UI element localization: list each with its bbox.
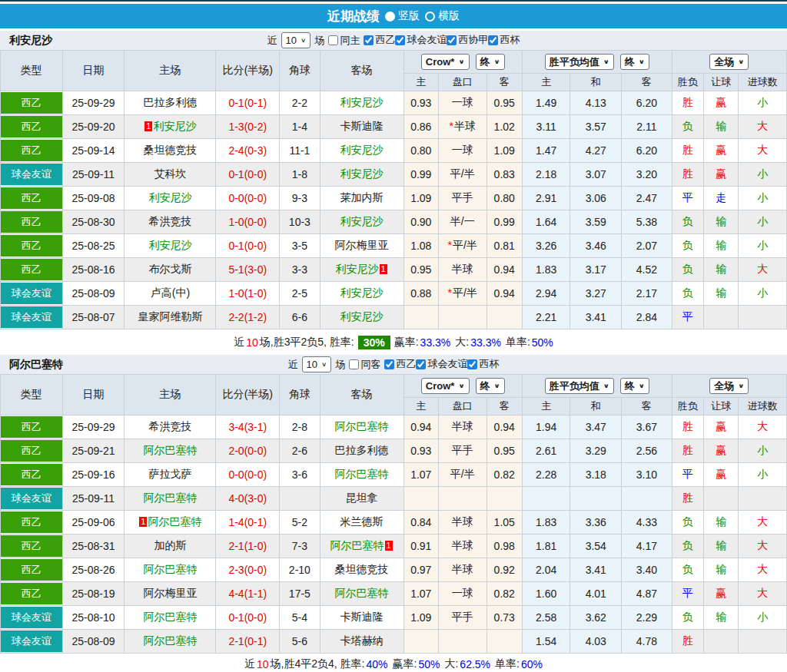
team-link[interactable]: 阿尔巴塞特 [148, 515, 201, 528]
score-cell: 1-0(1-0) [216, 282, 280, 306]
league-checkbox[interactable] [416, 359, 426, 369]
matches-table: 类型 日期 主场 比分(半场) 角球 客场 Crow*∨ 终∨ 胜平负均值∨ 终… [0, 50, 787, 329]
odds-stage-select[interactable]: 终∨ [476, 378, 505, 394]
team-link[interactable]: 皇家阿维勒斯 [138, 310, 202, 323]
team-link[interactable]: 加的斯 [154, 539, 186, 551]
same-venue-filter[interactable]: 同主 [328, 34, 360, 48]
league-filter[interactable]: 西杯 [488, 33, 520, 47]
team-link[interactable]: 利安尼沙 [340, 215, 384, 227]
league-type-cell: 西乙 [1, 439, 63, 463]
odds-stage-select[interactable]: 终∨ [476, 54, 505, 70]
handicap-line-cell: *平/半 [438, 234, 486, 258]
team-link[interactable]: 卢高(中) [151, 286, 190, 299]
handicap-rate-label: 赢率: [394, 336, 419, 349]
scope-select[interactable]: 全场∨ [709, 378, 749, 394]
league-type-cell: 球会友谊 [1, 487, 63, 511]
team-link[interactable]: 阿尔巴塞特 [143, 492, 197, 504]
team-link[interactable]: 利安尼沙 [148, 191, 191, 204]
handicap-result-cell: 输 [703, 558, 738, 582]
avg-home-cell: 2.94 [522, 282, 570, 306]
league-type-cell: 西乙 [1, 187, 63, 210]
goals-result-cell: 小 [739, 282, 787, 306]
home-odds-cell: 0.95 [403, 258, 438, 282]
odds-provider-select[interactable]: Crow*∨ [421, 378, 470, 394]
rank-badge: 1 [380, 264, 387, 274]
league-filter[interactable]: 球会友谊 [416, 357, 467, 371]
layout-option-vertical[interactable]: 竖版 [385, 9, 420, 23]
team-link[interactable]: 卡塔赫纳 [340, 634, 384, 647]
team-link[interactable]: 巴拉多利德 [335, 444, 389, 456]
league-filter[interactable]: 西杯 [467, 357, 499, 371]
avg-stage-select[interactable]: 终∨ [620, 54, 649, 70]
league-checkbox[interactable] [395, 35, 405, 45]
league-checkbox[interactable] [384, 359, 394, 369]
team-link[interactable]: 利安尼沙 [148, 239, 191, 251]
result-cell: 胜 [672, 439, 703, 463]
team-link[interactable]: 阿尔巴塞特 [143, 634, 197, 647]
team-link[interactable]: 阿尔巴塞特 [143, 611, 197, 623]
team-link[interactable]: 阿尔梅里亚 [143, 587, 197, 599]
league-checkbox[interactable] [447, 35, 457, 45]
avg-type-select[interactable]: 胜平负均值∨ [545, 378, 614, 394]
team-link[interactable]: 利安尼沙 [340, 96, 384, 108]
team-link[interactable]: 希洪竞技 [148, 420, 191, 432]
same-venue-filter[interactable]: 同客 [349, 358, 380, 372]
team-link[interactable]: 艾科坎 [154, 167, 186, 180]
team-link[interactable]: 巴拉多利德 [143, 96, 197, 108]
avg-type-select[interactable]: 胜平负均值∨ [545, 54, 614, 70]
date-cell: 25-08-31 [62, 535, 125, 558]
team-link[interactable]: 昆坦拿 [346, 492, 378, 504]
team-link[interactable]: 阿尔巴塞特 [143, 563, 197, 575]
league-badge: 球会友谊 [1, 164, 62, 185]
team-link[interactable]: 萨拉戈萨 [148, 468, 191, 480]
avg-home-cell: 1.94 [522, 415, 570, 439]
away-team-cell: 卡斯迪隆 [320, 606, 403, 630]
team-link[interactable]: 桑坦德竞技 [335, 563, 389, 575]
radio-selected-icon[interactable] [385, 12, 395, 22]
match-count-select[interactable]: 10∨ [302, 356, 332, 372]
team-link[interactable]: 利安尼沙 [340, 286, 384, 299]
team-link[interactable]: 阿尔巴塞特 [143, 444, 197, 456]
league-checkbox[interactable] [467, 359, 477, 369]
league-filter[interactable]: 西乙 [384, 357, 416, 371]
team-link[interactable]: 阿尔梅里亚 [335, 239, 389, 251]
league-filter[interactable]: 西乙 [364, 33, 395, 47]
scope-select[interactable]: 全场∨ [709, 54, 749, 70]
team-link[interactable]: 利安尼沙 [340, 144, 384, 156]
home-team-cell: 阿尔梅里亚 [125, 582, 216, 606]
team-link[interactable]: 利安尼沙 [340, 167, 384, 180]
team-link[interactable]: 卡斯迪隆 [340, 120, 384, 132]
team-link[interactable]: 阿尔巴塞特 [335, 468, 389, 480]
team-link[interactable]: 希洪竞技 [148, 215, 191, 227]
team-link[interactable]: 桑坦德竞技 [143, 144, 197, 156]
same-venue-checkbox[interactable] [328, 35, 338, 45]
team-link[interactable]: 阿尔巴塞特 [335, 420, 389, 432]
same-venue-checkbox[interactable] [349, 359, 359, 369]
league-badge: 球会友谊 [1, 607, 62, 628]
score-cell: 0-1(0-1) [216, 91, 280, 115]
match-row: 西乙25-08-26阿尔巴塞特2-3(0-0)2-10桑坦德竞技0.97半球0.… [1, 558, 787, 582]
team-link[interactable]: 阿尔巴塞特 [330, 539, 384, 551]
league-checkbox[interactable] [364, 35, 374, 45]
match-count-select[interactable]: 10∨ [281, 32, 311, 48]
radio-unselected-icon[interactable] [425, 12, 435, 22]
league-checkbox[interactable] [488, 35, 498, 45]
layout-option-horizontal[interactable]: 横版 [425, 9, 460, 23]
team-link[interactable]: 卡斯迪隆 [340, 611, 384, 623]
team-link[interactable]: 阿尔巴塞特 [335, 587, 389, 599]
team-link[interactable]: 布尔戈斯 [148, 263, 191, 275]
odds-provider-select[interactable]: Crow*∨ [421, 54, 470, 70]
team-link[interactable]: 莱加内斯 [340, 191, 384, 204]
matches-table: 类型 日期 主场 比分(半场) 角球 客场 Crow*∨ 终∨ 胜平负均值∨ 终… [0, 374, 787, 654]
team-link[interactable]: 利安尼沙 [153, 120, 196, 132]
team-link[interactable]: 利安尼沙 [336, 263, 379, 275]
team-link[interactable]: 利安尼沙 [340, 310, 384, 323]
league-filter[interactable]: 球会友谊 [395, 33, 447, 47]
away-odds-cell: 0.82 [486, 582, 522, 606]
league-filter[interactable]: 西协甲 [447, 33, 488, 47]
team-link[interactable]: 米兰德斯 [340, 515, 384, 528]
date-cell: 25-08-09 [62, 630, 125, 654]
handicap-line-cell: 一球 [438, 582, 486, 606]
avg-stage-select[interactable]: 终∨ [620, 378, 649, 394]
single-rate-value: 60% [521, 658, 543, 670]
